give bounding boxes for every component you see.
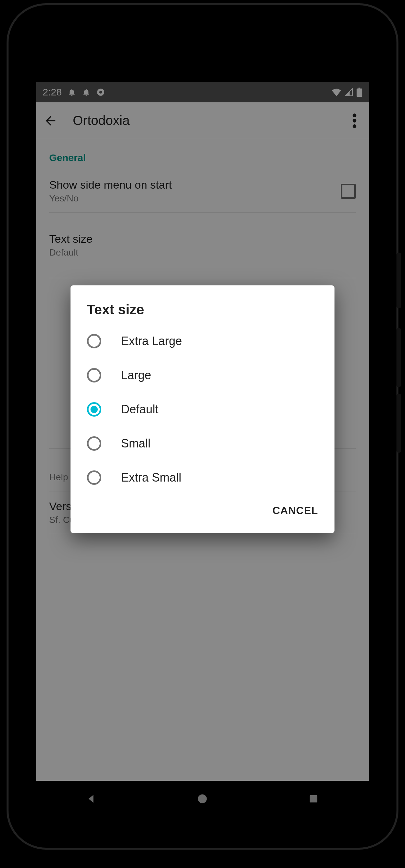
cancel-button[interactable]: CANCEL: [273, 504, 318, 517]
bell-icon: [67, 88, 76, 96]
navigation-bar: [36, 781, 369, 817]
svg-rect-8: [310, 795, 317, 803]
radio-option-extra-small[interactable]: Extra Small: [70, 461, 335, 495]
radio-icon: [87, 334, 101, 348]
svg-point-7: [198, 795, 207, 803]
nav-recent-button[interactable]: [306, 792, 321, 806]
radio-label: Extra Small: [121, 471, 181, 485]
radio-icon: [87, 436, 101, 451]
pref-summary: Yes/No: [49, 193, 341, 204]
svg-point-1: [99, 91, 102, 94]
pref-summary: Default: [49, 247, 356, 258]
screen: 2:28: [36, 82, 369, 817]
svg-point-5: [353, 119, 356, 122]
app-title: Ortodoxia: [73, 113, 129, 128]
svg-point-6: [353, 124, 356, 128]
volume-up-button: [397, 328, 401, 387]
svg-point-4: [353, 114, 356, 117]
radio-icon: [87, 368, 101, 382]
svg-rect-3: [359, 88, 361, 89]
radio-option-extra-large[interactable]: Extra Large: [70, 324, 335, 358]
text-size-dialog: Text size Extra Large Large Default Smal…: [70, 285, 335, 533]
overflow-menu-button[interactable]: [345, 112, 364, 130]
radio-option-default[interactable]: Default: [70, 392, 335, 427]
pref-text-size[interactable]: Text size Default: [49, 213, 356, 278]
radio-icon: [87, 470, 101, 485]
pref-show-side-menu[interactable]: Show side menu on start Yes/No: [49, 170, 356, 213]
radio-icon: [87, 402, 101, 416]
status-time: 2:28: [43, 87, 62, 98]
dialog-title: Text size: [70, 302, 335, 324]
app-circle-icon: [96, 88, 105, 96]
signal-icon: [345, 88, 353, 96]
status-bar: 2:28: [36, 82, 369, 102]
radio-label: Default: [121, 403, 158, 416]
app-bar: Ortodoxia: [36, 102, 369, 139]
radio-option-small[interactable]: Small: [70, 427, 335, 461]
checkbox-icon[interactable]: [341, 184, 356, 199]
volume-down-button: [397, 394, 401, 453]
radio-option-large[interactable]: Large: [70, 358, 335, 392]
nav-home-button[interactable]: [195, 792, 210, 806]
section-header-general: General: [49, 139, 356, 170]
nav-back-button[interactable]: [84, 792, 99, 806]
power-button: [397, 253, 401, 308]
battery-icon: [356, 88, 362, 97]
svg-rect-2: [357, 89, 362, 97]
radio-label: Small: [121, 437, 151, 451]
wifi-icon: [332, 88, 341, 96]
pref-title: Text size: [49, 232, 356, 245]
back-button[interactable]: [41, 112, 60, 130]
radio-label: Large: [121, 368, 151, 382]
pref-title: Show side menu on start: [49, 179, 341, 191]
radio-label: Extra Large: [121, 334, 182, 348]
phone-frame: 2:28: [6, 3, 399, 849]
bell-icon: [82, 88, 91, 96]
